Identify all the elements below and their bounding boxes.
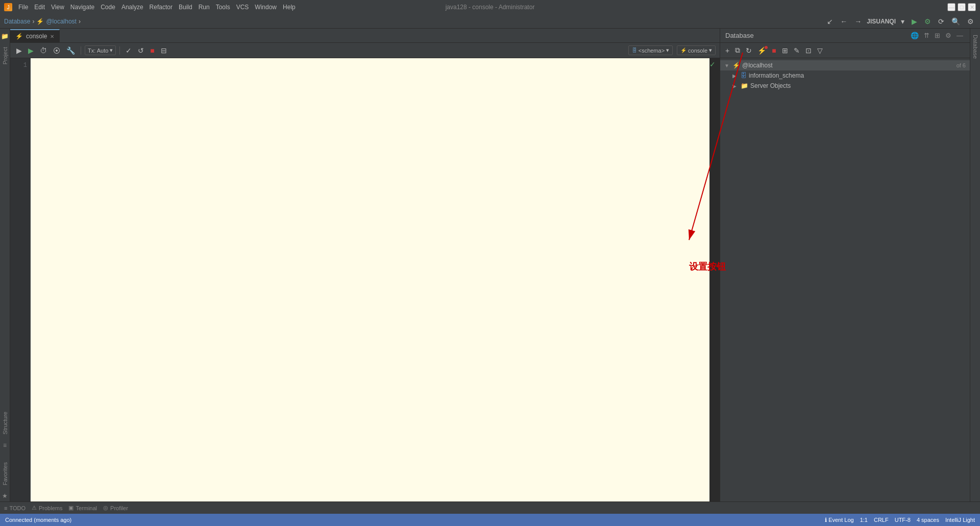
event-log-link[interactable]: ℹ Event Log	[825, 517, 854, 523]
menu-code[interactable]: Code	[97, 3, 118, 12]
menu-vcs[interactable]: VCS	[233, 3, 252, 12]
settings-button[interactable]: ⚙	[965, 16, 976, 27]
breadcrumb-database[interactable]: Database	[4, 18, 30, 25]
db-globe-button[interactable]: 🌐	[909, 31, 920, 40]
db-toolbar: + ⧉ ↻ ⚡ ■ ⊞ ✎ ⊡ ▽	[720, 43, 970, 58]
structure-icon[interactable]: ≡	[1, 440, 9, 451]
project-tab[interactable]: Project	[1, 43, 9, 68]
rollback-button[interactable]: ↺	[136, 45, 146, 56]
menu-run[interactable]: Run	[195, 3, 213, 12]
forward-button[interactable]: →	[852, 16, 864, 27]
wrench-button[interactable]: 🔧	[64, 45, 77, 56]
project-icon[interactable]: 📁	[0, 31, 11, 42]
run-green-button[interactable]: ▶	[910, 16, 919, 27]
star-icon: ★	[0, 490, 10, 501]
profiler-label: Profiler	[110, 505, 128, 511]
schema-selector[interactable]: 🗄 <schema> ▾	[628, 45, 673, 55]
menu-build[interactable]: Build	[176, 3, 195, 12]
server-objects-item[interactable]: ▶ 📁 Server Objects	[720, 81, 970, 91]
editor-toolbar: ▶ ▶ ⏱ ⦿ 🔧 Tx: Auto ▾ ✓ ↺ ■ ⊟ 🗄 <schema> …	[10, 43, 720, 58]
search-everywhere-button[interactable]: 🔍	[949, 16, 962, 27]
db-collapse-all-button[interactable]: ⇈	[922, 31, 931, 40]
indent-setting[interactable]: 4 spaces	[917, 517, 939, 523]
info-schema-item[interactable]: ▶ 🗄 information_schema	[720, 70, 970, 81]
toolbar-sep-1	[81, 46, 81, 55]
db-close-button[interactable]: —	[955, 31, 965, 40]
db-root-item[interactable]: ▼ ⚡ @localhost of 6	[720, 60, 970, 70]
db-stop-button[interactable]: ■	[770, 45, 778, 56]
back-button[interactable]: ←	[838, 16, 849, 27]
commit-button[interactable]: ↙	[825, 16, 835, 27]
run-file-button[interactable]: ▶	[14, 45, 24, 56]
schema-label: <schema>	[639, 47, 665, 54]
menu-bar: File Edit View Navigate Code Analyze Ref…	[15, 3, 299, 12]
database-right-tab[interactable]: Database	[971, 31, 979, 63]
menu-help[interactable]: Help	[280, 3, 299, 12]
terminal-item[interactable]: ▣ Terminal	[68, 505, 97, 511]
cursor-position[interactable]: 1:1	[860, 517, 868, 523]
debug-button[interactable]: ⚙	[922, 16, 933, 27]
commit-editor-button[interactable]: ✓	[124, 45, 134, 56]
db-filter-button[interactable]: ▽	[815, 45, 825, 56]
menu-tools[interactable]: Tools	[213, 3, 233, 12]
line-ending[interactable]: CRLF	[874, 517, 889, 523]
terminal-label: Terminal	[76, 505, 97, 511]
minimize-button[interactable]: —	[947, 3, 955, 11]
db-table-view-button[interactable]: ⊞	[780, 45, 790, 56]
close-button[interactable]: ✕	[968, 3, 976, 11]
tx-dropdown[interactable]: Tx: Auto ▾	[85, 45, 116, 55]
db-duplicate-button[interactable]: ⧉	[733, 45, 742, 56]
run-button[interactable]: ▶	[26, 45, 36, 56]
connected-status: Connected (moments ago)	[5, 517, 71, 523]
stop-button[interactable]: ■	[148, 45, 156, 56]
db-edit-button[interactable]: ✎	[792, 45, 802, 56]
coverage-button[interactable]: ⟳	[936, 16, 946, 27]
validation-icon: ✓	[709, 58, 720, 501]
structure-tab[interactable]: Structure	[1, 408, 9, 439]
timer-button[interactable]: ⏱	[38, 45, 49, 56]
line-numbers: 1	[10, 58, 31, 501]
db-add-button[interactable]: +	[723, 45, 731, 56]
menu-view[interactable]: View	[48, 3, 67, 12]
menu-refactor[interactable]: Refactor	[146, 3, 176, 12]
maximize-button[interactable]: □	[958, 3, 966, 11]
favorites-tab[interactable]: Favorites	[1, 458, 9, 489]
server-objects-icon: 📁	[741, 82, 748, 89]
menu-navigate[interactable]: Navigate	[67, 3, 97, 12]
menu-analyze[interactable]: Analyze	[118, 3, 146, 12]
theme-label[interactable]: IntelliJ Light	[945, 517, 975, 523]
db-settings-button[interactable]: ⚙	[944, 31, 953, 40]
profiler-item[interactable]: ◎ Profiler	[103, 505, 128, 511]
profile-button[interactable]: ⦿	[51, 45, 62, 56]
db-diagram-button[interactable]: ⊡	[803, 45, 814, 56]
schema-icon: 🗄	[632, 47, 637, 53]
problems-item[interactable]: ⚠ Problems	[32, 505, 62, 511]
code-editor[interactable]	[31, 58, 709, 501]
encoding[interactable]: UTF-8	[895, 517, 911, 523]
console-tab[interactable]: ⚡ console ✕	[10, 29, 60, 42]
left-sidebar: 📁 Project Structure ≡ Favorites ★	[0, 29, 10, 501]
todo-item[interactable]: ≡ TODO	[4, 505, 26, 511]
breadcrumb: Database › ⚡ @localhost ›	[4, 18, 81, 25]
console-schema-icon: ⚡	[680, 47, 687, 53]
root-db-icon: ⚡	[732, 62, 740, 69]
format-button[interactable]: ⊟	[159, 45, 169, 56]
menu-file[interactable]: File	[15, 3, 31, 12]
menu-window[interactable]: Window	[252, 3, 280, 12]
user-dropdown-button[interactable]: ▾	[899, 16, 906, 27]
todo-icon: ≡	[4, 505, 7, 511]
db-filter-active-button[interactable]: ⚡	[755, 45, 768, 56]
root-collapse-arrow: ▼	[724, 63, 730, 68]
terminal-icon: ▣	[68, 505, 74, 511]
db-refresh-button[interactable]: ↻	[744, 45, 754, 56]
schema-chevron-icon: ▾	[666, 47, 669, 54]
nav-bar: Database › ⚡ @localhost › ↙ ← → JISUANQI…	[0, 14, 980, 29]
db-group-button[interactable]: ⊞	[933, 31, 942, 40]
console-tab-close[interactable]: ✕	[50, 34, 54, 39]
title-bar: J File Edit View Navigate Code Analyze R…	[0, 0, 980, 14]
app-icon: J	[4, 3, 12, 11]
db-tree: ▼ ⚡ @localhost of 6 ▶ 🗄 information_sche…	[720, 58, 970, 501]
menu-edit[interactable]: Edit	[31, 3, 48, 12]
console-selector[interactable]: ⚡ console ▾	[677, 45, 716, 55]
breadcrumb-localhost[interactable]: @localhost	[46, 18, 77, 25]
